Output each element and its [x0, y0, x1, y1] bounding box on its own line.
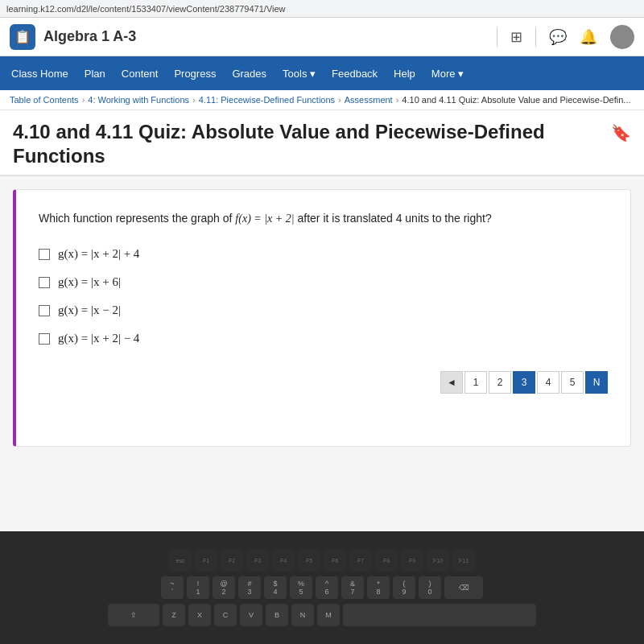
keyboard-row-numbers: ~` !1 @2 #3 $4 %5 ^6 &7 *8 (9 )0 ⌫	[161, 576, 483, 599]
breadcrumb: Table of Contents › 4: Working with Func…	[0, 90, 644, 110]
laptop-keyboard-area: esc F1 F2 F3 F4 F5 F6 F7 F8 F9 F10 F11 ~…	[0, 531, 644, 644]
key-0: )0	[419, 576, 441, 599]
header-divider-2	[535, 27, 536, 47]
chat-icon-button[interactable]: 💬	[549, 28, 567, 46]
bookmark-icon[interactable]: 🔖	[611, 123, 631, 142]
answer-text-b: g(x) = |x + 6|	[58, 275, 121, 289]
main-nav: Class Home Plan Content Progress Grades …	[0, 56, 644, 90]
key-2: @2	[213, 576, 235, 599]
breadcrumb-sep-4: ›	[396, 95, 399, 105]
key-shift-left: ⇧	[108, 604, 159, 626]
breadcrumb-toc[interactable]: Table of Contents	[10, 95, 79, 105]
key-f2: F2	[221, 549, 243, 572]
nav-grades[interactable]: Grades	[224, 56, 275, 90]
keyboard-row-fn: esc F1 F2 F3 F4 F5 F6 F7 F8 F9 F10 F11	[169, 549, 475, 572]
pagination-prev[interactable]: ◄	[440, 371, 463, 394]
nav-more[interactable]: More ▾	[423, 56, 472, 90]
browser-bar: learning.k12.com/d2l/le/content/1533407/…	[0, 0, 644, 18]
app-icon-glyph: 📋	[14, 29, 31, 44]
key-n: N	[291, 604, 314, 626]
answer-option-b: g(x) = |x + 6|	[39, 275, 608, 289]
nav-plan[interactable]: Plan	[76, 56, 114, 90]
key-6: ^6	[316, 576, 338, 599]
answer-option-c: g(x) = |x − 2|	[39, 303, 608, 317]
breadcrumb-working-functions[interactable]: 4: Working with Functions	[88, 95, 189, 105]
key-fn: esc	[169, 549, 192, 572]
pagination-1[interactable]: 1	[464, 371, 487, 394]
key-f7: F7	[349, 549, 372, 572]
url-bar: learning.k12.com/d2l/le/content/1533407/…	[6, 4, 286, 14]
key-f8: F8	[375, 549, 398, 572]
key-1: !1	[187, 576, 209, 599]
header-divider	[497, 27, 497, 47]
pagination-2[interactable]: 2	[489, 371, 511, 394]
nav-progress[interactable]: Progress	[166, 56, 224, 90]
notification-icon-button[interactable]: 🔔	[580, 28, 597, 46]
grid-icon-button[interactable]: ⊞	[510, 28, 522, 46]
breadcrumb-current: 4.10 and 4.11 Quiz: Absolute Value and P…	[402, 95, 630, 105]
nav-content[interactable]: Content	[114, 56, 167, 90]
content-area: Which function represents the graph of f…	[0, 176, 644, 531]
key-b: B	[266, 604, 288, 626]
key-tilde: ~`	[161, 576, 184, 599]
breadcrumb-piecewise[interactable]: 4.11: Piecewise-Defined Functions	[199, 95, 335, 105]
nav-feedback[interactable]: Feedback	[324, 56, 386, 90]
answer-text-d: g(x) = |x + 2| − 4	[58, 332, 139, 345]
page-title-area: 4.10 and 4.11 Quiz: Absolute Value and P…	[0, 110, 644, 176]
answer-text-c: g(x) = |x − 2|	[58, 303, 121, 317]
key-c: C	[214, 604, 237, 626]
breadcrumb-assessment[interactable]: Assessment	[345, 95, 393, 105]
key-9: (9	[393, 576, 415, 599]
checkbox-a[interactable]	[39, 249, 50, 260]
key-v: V	[240, 604, 262, 626]
app-title: Algebra 1 A-3	[43, 28, 489, 45]
answer-option-a: g(x) = |x + 2| + 4	[39, 247, 608, 261]
checkbox-c[interactable]	[39, 305, 50, 316]
keyboard-row-bottom: ⇧ Z X C V B N M	[108, 604, 536, 626]
user-avatar[interactable]	[610, 25, 634, 49]
key-4: $4	[264, 576, 287, 599]
answer-text-a: g(x) = |x + 2| + 4	[58, 247, 139, 261]
answer-option-d: g(x) = |x + 2| − 4	[39, 332, 608, 345]
checkbox-d[interactable]	[39, 333, 50, 345]
quiz-card: Which function represents the graph of f…	[13, 189, 631, 447]
nav-class-home[interactable]: Class Home	[3, 56, 76, 90]
key-8: *8	[367, 576, 390, 599]
nav-help[interactable]: Help	[386, 56, 423, 90]
key-5: %5	[290, 576, 312, 599]
pagination-5[interactable]: 5	[561, 371, 584, 394]
key-f6: F6	[324, 549, 346, 572]
checkbox-b[interactable]	[39, 277, 50, 288]
key-m: M	[317, 604, 340, 626]
breadcrumb-sep-2: ›	[192, 95, 196, 105]
pagination-4[interactable]: 4	[537, 371, 559, 394]
key-f9: F9	[401, 549, 423, 572]
key-f11: F11	[452, 549, 475, 572]
page-title: 4.10 and 4.11 Quiz: Absolute Value and P…	[13, 120, 560, 168]
key-f10: F10	[427, 549, 449, 572]
header-icons: ⊞ 💬 🔔	[497, 25, 634, 49]
question-text: Which function represents the graph of f…	[39, 209, 608, 228]
key-f1: F1	[195, 549, 217, 572]
key-f3: F3	[246, 549, 269, 572]
app-header: 📋 Algebra 1 A-3 ⊞ 💬 🔔	[0, 18, 644, 56]
key-z: Z	[163, 604, 185, 626]
pagination-next[interactable]: N	[585, 371, 608, 394]
nav-tools[interactable]: Tools ▾	[275, 56, 324, 90]
breadcrumb-sep-3: ›	[338, 95, 341, 105]
key-f4: F4	[272, 549, 295, 572]
app-icon: 📋	[10, 24, 35, 50]
breadcrumb-sep-1: ›	[82, 95, 85, 105]
pagination-3[interactable]: 3	[513, 371, 535, 394]
key-spacebar	[343, 604, 536, 626]
key-f5: F5	[298, 549, 320, 572]
pagination: ◄ 1 2 3 4 5 N	[39, 371, 608, 394]
key-backspace: ⌫	[444, 576, 483, 599]
question-function: f(x) = |x + 2|	[235, 213, 294, 225]
key-7: &7	[341, 576, 364, 599]
key-x: X	[188, 604, 211, 626]
key-3: #3	[238, 576, 261, 599]
